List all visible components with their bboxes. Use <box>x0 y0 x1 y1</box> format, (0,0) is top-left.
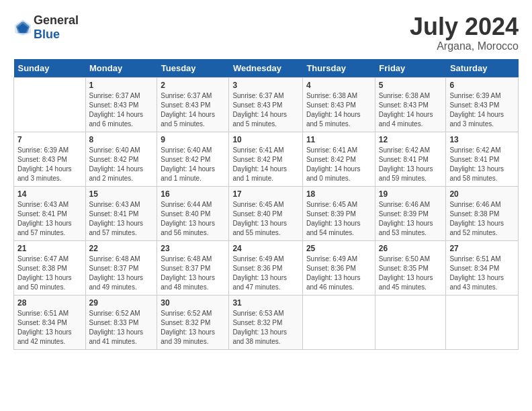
calendar-cell-w3-d1: 14Sunrise: 6:43 AMSunset: 8:41 PMDayligh… <box>14 186 86 240</box>
day-number: 14 <box>17 189 82 199</box>
day-info: Sunrise: 6:46 AMSunset: 8:38 PMDaylight:… <box>449 200 515 238</box>
calendar-cell-w2-d5: 11Sunrise: 6:41 AMSunset: 8:42 PMDayligh… <box>302 132 375 186</box>
day-number: 28 <box>17 298 82 308</box>
calendar-cell-w1-d5: 4Sunrise: 6:38 AMSunset: 8:43 PMDaylight… <box>302 77 375 132</box>
header-sunday: Sunday <box>14 59 86 78</box>
calendar-cell-w5-d7 <box>446 295 519 349</box>
day-number: 26 <box>379 244 443 253</box>
day-number: 27 <box>449 244 515 253</box>
calendar-cell-w2-d6: 12Sunrise: 6:42 AMSunset: 8:41 PMDayligh… <box>375 132 446 186</box>
day-info: Sunrise: 6:49 AMSunset: 8:36 PMDaylight:… <box>306 255 371 292</box>
day-info: Sunrise: 6:40 AMSunset: 8:42 PMDaylight:… <box>161 146 225 183</box>
day-info: Sunrise: 6:52 AMSunset: 8:33 PMDaylight:… <box>89 309 154 347</box>
day-info: Sunrise: 6:50 AMSunset: 8:35 PMDaylight:… <box>379 255 443 292</box>
calendar-week-5: 28Sunrise: 6:51 AMSunset: 8:34 PMDayligh… <box>14 295 519 349</box>
calendar-cell-w5-d6 <box>375 295 446 349</box>
day-number: 25 <box>306 244 371 253</box>
day-info: Sunrise: 6:42 AMSunset: 8:41 PMDaylight:… <box>379 146 443 183</box>
header-tuesday: Tuesday <box>157 59 229 78</box>
calendar-cell-w3-d4: 17Sunrise: 6:45 AMSunset: 8:40 PMDayligh… <box>229 186 303 240</box>
day-number: 30 <box>161 298 225 308</box>
day-info: Sunrise: 6:39 AMSunset: 8:43 PMDaylight:… <box>17 146 82 183</box>
calendar-cell-w5-d1: 28Sunrise: 6:51 AMSunset: 8:34 PMDayligh… <box>14 295 86 349</box>
logo-blue: Blue <box>34 28 60 41</box>
calendar-cell-w3-d6: 19Sunrise: 6:46 AMSunset: 8:39 PMDayligh… <box>375 186 446 240</box>
calendar-cell-w4-d7: 27Sunrise: 6:51 AMSunset: 8:34 PMDayligh… <box>446 240 519 295</box>
calendar-cell-w3-d5: 18Sunrise: 6:45 AMSunset: 8:39 PMDayligh… <box>302 186 375 240</box>
logo-general: General <box>34 13 79 27</box>
day-number: 23 <box>161 244 225 253</box>
day-info: Sunrise: 6:51 AMSunset: 8:34 PMDaylight:… <box>17 309 82 347</box>
day-info: Sunrise: 6:47 AMSunset: 8:38 PMDaylight:… <box>17 255 82 292</box>
day-number: 2 <box>161 81 225 90</box>
day-number: 13 <box>449 135 515 144</box>
day-number: 24 <box>232 244 299 253</box>
calendar-week-4: 21Sunrise: 6:47 AMSunset: 8:38 PMDayligh… <box>14 240 519 295</box>
day-info: Sunrise: 6:40 AMSunset: 8:42 PMDaylight:… <box>89 146 154 183</box>
day-number: 4 <box>306 81 371 90</box>
location-subtitle: Argana, Morocco <box>410 40 519 52</box>
calendar-week-1: 1Sunrise: 6:37 AMSunset: 8:43 PMDaylight… <box>14 77 519 132</box>
day-number: 12 <box>379 135 443 144</box>
calendar-cell-w3-d7: 20Sunrise: 6:46 AMSunset: 8:38 PMDayligh… <box>446 186 519 240</box>
calendar-cell-w5-d4: 31Sunrise: 6:53 AMSunset: 8:32 PMDayligh… <box>229 295 303 349</box>
header-wednesday: Wednesday <box>229 59 303 78</box>
calendar-cell-w5-d2: 29Sunrise: 6:52 AMSunset: 8:33 PMDayligh… <box>85 295 157 349</box>
calendar-week-3: 14Sunrise: 6:43 AMSunset: 8:41 PMDayligh… <box>14 186 519 240</box>
day-info: Sunrise: 6:52 AMSunset: 8:32 PMDaylight:… <box>161 309 225 347</box>
calendar-cell-w1-d4: 3Sunrise: 6:37 AMSunset: 8:43 PMDaylight… <box>229 77 303 132</box>
day-info: Sunrise: 6:37 AMSunset: 8:43 PMDaylight:… <box>89 91 154 129</box>
day-info: Sunrise: 6:43 AMSunset: 8:41 PMDaylight:… <box>89 200 154 238</box>
day-number: 31 <box>232 298 299 308</box>
calendar-cell-w2-d1: 7Sunrise: 6:39 AMSunset: 8:43 PMDaylight… <box>14 132 86 186</box>
day-info: Sunrise: 6:46 AMSunset: 8:39 PMDaylight:… <box>379 200 443 238</box>
title-block: July 2024 Argana, Morocco <box>410 13 519 52</box>
calendar-cell-w2-d3: 9Sunrise: 6:40 AMSunset: 8:42 PMDaylight… <box>157 132 229 186</box>
day-number: 20 <box>449 189 515 199</box>
day-number: 5 <box>379 81 443 90</box>
day-info: Sunrise: 6:38 AMSunset: 8:43 PMDaylight:… <box>379 91 443 129</box>
calendar-cell-w4-d3: 23Sunrise: 6:48 AMSunset: 8:37 PMDayligh… <box>157 240 229 295</box>
logo-icon <box>13 18 32 37</box>
header-friday: Friday <box>375 59 446 78</box>
calendar-cell-w2-d4: 10Sunrise: 6:41 AMSunset: 8:42 PMDayligh… <box>229 132 303 186</box>
day-number: 17 <box>232 189 299 199</box>
calendar-cell-w4-d1: 21Sunrise: 6:47 AMSunset: 8:38 PMDayligh… <box>14 240 86 295</box>
day-info: Sunrise: 6:45 AMSunset: 8:39 PMDaylight:… <box>306 200 371 238</box>
calendar-cell-w5-d3: 30Sunrise: 6:52 AMSunset: 8:32 PMDayligh… <box>157 295 229 349</box>
header-monday: Monday <box>85 59 157 78</box>
calendar-cell-w2-d7: 13Sunrise: 6:42 AMSunset: 8:41 PMDayligh… <box>446 132 519 186</box>
day-info: Sunrise: 6:37 AMSunset: 8:43 PMDaylight:… <box>232 91 299 129</box>
calendar-cell-w3-d2: 15Sunrise: 6:43 AMSunset: 8:41 PMDayligh… <box>85 186 157 240</box>
day-info: Sunrise: 6:53 AMSunset: 8:32 PMDaylight:… <box>232 309 299 347</box>
day-info: Sunrise: 6:39 AMSunset: 8:43 PMDaylight:… <box>449 91 515 129</box>
day-number: 1 <box>89 81 154 90</box>
day-number: 22 <box>89 244 154 253</box>
day-number: 18 <box>306 189 371 199</box>
calendar-cell-w1-d3: 2Sunrise: 6:37 AMSunset: 8:43 PMDaylight… <box>157 77 229 132</box>
day-info: Sunrise: 6:38 AMSunset: 8:43 PMDaylight:… <box>306 91 371 129</box>
day-number: 15 <box>89 189 154 199</box>
calendar-cell-w2-d2: 8Sunrise: 6:40 AMSunset: 8:42 PMDaylight… <box>85 132 157 186</box>
day-number: 11 <box>306 135 371 144</box>
day-number: 10 <box>232 135 299 144</box>
calendar-cell-w1-d6: 5Sunrise: 6:38 AMSunset: 8:43 PMDaylight… <box>375 77 446 132</box>
calendar-cell-w4-d2: 22Sunrise: 6:48 AMSunset: 8:37 PMDayligh… <box>85 240 157 295</box>
day-info: Sunrise: 6:42 AMSunset: 8:41 PMDaylight:… <box>449 146 515 183</box>
day-info: Sunrise: 6:37 AMSunset: 8:43 PMDaylight:… <box>161 91 225 129</box>
calendar-table: Sunday Monday Tuesday Wednesday Thursday… <box>13 59 519 350</box>
logo-text: General Blue <box>34 13 79 42</box>
day-info: Sunrise: 6:48 AMSunset: 8:37 PMDaylight:… <box>89 255 154 292</box>
day-number: 3 <box>232 81 299 90</box>
day-info: Sunrise: 6:41 AMSunset: 8:42 PMDaylight:… <box>232 146 299 183</box>
day-number: 16 <box>161 189 225 199</box>
day-number: 29 <box>89 298 154 308</box>
day-info: Sunrise: 6:51 AMSunset: 8:34 PMDaylight:… <box>449 255 515 292</box>
day-info: Sunrise: 6:41 AMSunset: 8:42 PMDaylight:… <box>306 146 371 183</box>
day-number: 7 <box>17 135 82 144</box>
day-info: Sunrise: 6:49 AMSunset: 8:36 PMDaylight:… <box>232 255 299 292</box>
day-number: 6 <box>449 81 515 90</box>
day-info: Sunrise: 6:44 AMSunset: 8:40 PMDaylight:… <box>161 200 225 238</box>
header-saturday: Saturday <box>446 59 519 78</box>
calendar-cell-w4-d4: 24Sunrise: 6:49 AMSunset: 8:36 PMDayligh… <box>229 240 303 295</box>
